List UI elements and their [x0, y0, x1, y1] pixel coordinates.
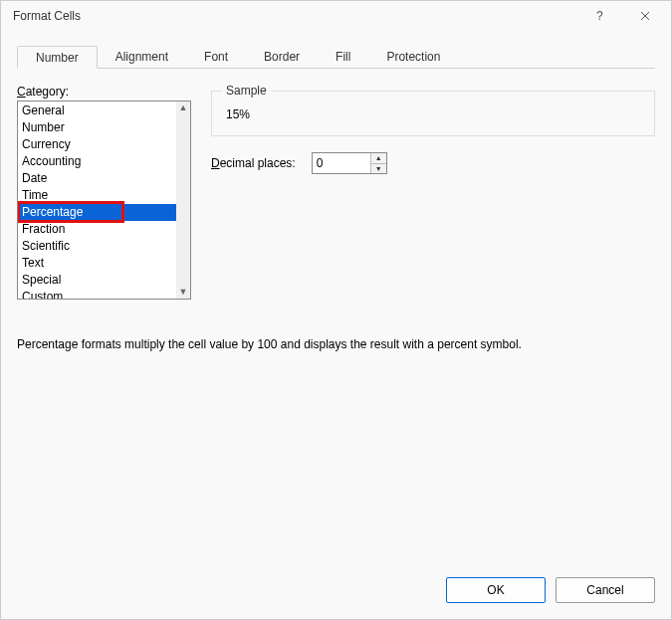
tab-border[interactable]: Border — [246, 46, 318, 69]
close-button[interactable] — [622, 2, 667, 30]
category-item-percentage[interactable]: Percentage — [18, 204, 176, 221]
help-icon: ? — [595, 11, 605, 21]
svg-text:?: ? — [596, 11, 603, 21]
decimal-places-row: Decimal places: ▲ ▼ — [211, 152, 655, 174]
main-row: Category: GeneralNumberCurrencyAccountin… — [17, 85, 655, 300]
cancel-button[interactable]: Cancel — [556, 577, 655, 603]
category-item-custom[interactable]: Custom — [18, 289, 176, 300]
dialog-title: Format Cells — [13, 9, 577, 23]
decimal-places-input[interactable] — [313, 153, 370, 173]
settings-column: Sample 15% Decimal places: ▲ ▼ — [211, 85, 655, 300]
format-description: Percentage formats multiply the cell val… — [17, 337, 655, 351]
category-label: Category: — [17, 85, 191, 99]
category-item-text[interactable]: Text — [18, 255, 176, 272]
scroll-up-arrow-icon[interactable]: ▲ — [179, 103, 188, 112]
tab-font[interactable]: Font — [186, 46, 246, 69]
dialog-content: NumberAlignmentFontBorderFillProtection … — [1, 31, 671, 565]
spinner-buttons: ▲ ▼ — [370, 153, 386, 173]
spinner-up-button[interactable]: ▲ — [371, 153, 386, 164]
category-item-currency[interactable]: Currency — [18, 136, 176, 153]
tab-number[interactable]: Number — [17, 46, 98, 69]
titlebar: Format Cells ? — [1, 1, 671, 31]
spinner-down-button[interactable]: ▼ — [371, 164, 386, 174]
category-item-general[interactable]: General — [18, 103, 176, 119]
category-item-special[interactable]: Special — [18, 272, 176, 289]
format-cells-dialog: Format Cells ? NumberAlignmentFontBorder… — [0, 0, 672, 620]
scroll-down-arrow-icon[interactable]: ▼ — [179, 288, 188, 297]
category-item-fraction[interactable]: Fraction — [18, 221, 176, 238]
category-column: Category: GeneralNumberCurrencyAccountin… — [17, 85, 191, 300]
tab-alignment[interactable]: Alignment — [98, 46, 186, 69]
ok-button[interactable]: OK — [446, 577, 546, 603]
sample-value: 15% — [224, 102, 642, 121]
category-listbox[interactable]: GeneralNumberCurrencyAccountingDateTimeP… — [17, 101, 191, 300]
category-item-number[interactable]: Number — [18, 119, 176, 136]
dialog-footer: OK Cancel — [1, 565, 671, 619]
category-item-date[interactable]: Date — [18, 170, 176, 187]
sample-label: Sample — [222, 84, 271, 98]
listbox-items: GeneralNumberCurrencyAccountingDateTimeP… — [18, 102, 176, 299]
scrollbar[interactable]: ▲ ▼ — [176, 102, 190, 299]
tabstrip: NumberAlignmentFontBorderFillProtection — [17, 45, 655, 69]
tab-fill[interactable]: Fill — [318, 46, 368, 69]
decimal-places-label: Decimal places: — [211, 156, 296, 170]
sample-box: Sample 15% — [211, 91, 655, 136]
tab-protection[interactable]: Protection — [368, 46, 458, 69]
category-item-accounting[interactable]: Accounting — [18, 153, 176, 170]
category-item-time[interactable]: Time — [18, 187, 176, 204]
help-button[interactable]: ? — [577, 2, 622, 30]
close-icon — [640, 11, 650, 21]
category-item-scientific[interactable]: Scientific — [18, 238, 176, 255]
decimal-places-spinner[interactable]: ▲ ▼ — [312, 152, 387, 174]
